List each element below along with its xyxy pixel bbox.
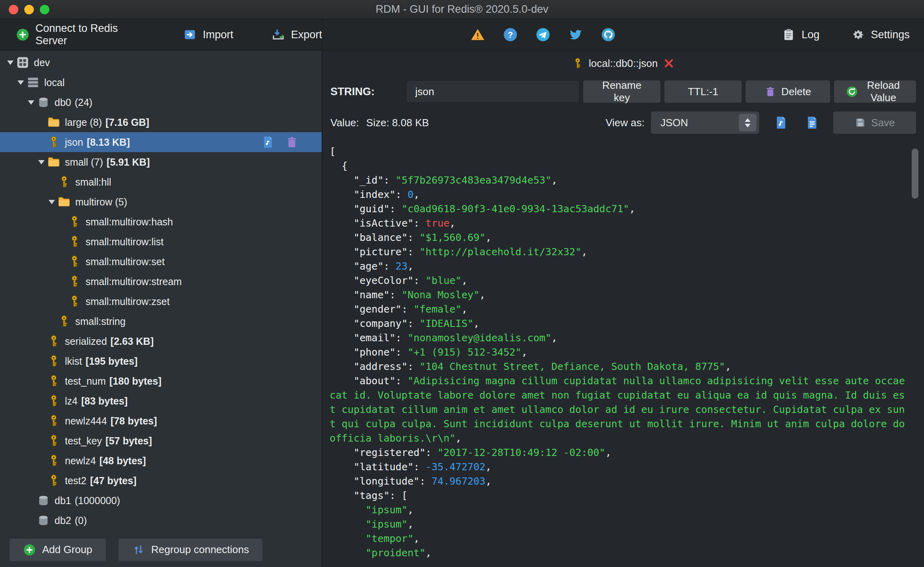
collapse-arrow-icon[interactable] xyxy=(36,160,47,164)
log-button[interactable]: Log xyxy=(782,28,819,41)
grid-icon xyxy=(16,56,29,69)
github-icon[interactable] xyxy=(601,27,615,42)
item-size: [48 bytes] xyxy=(100,455,146,467)
tree-item-local[interactable]: local xyxy=(0,72,322,92)
tree-item-db1[interactable]: db1(1000000) xyxy=(0,491,322,510)
tree-item-newlz4[interactable]: newlz4[48 bytes] xyxy=(0,451,322,471)
tree-item-db0[interactable]: db0(24) xyxy=(0,92,322,112)
toolbar-connections-section: Connect to Redis Server Import Export xyxy=(0,19,322,50)
value-size-label: Size: 8.08 KB xyxy=(366,117,429,129)
tree-item-lkist[interactable]: lkist[195 bytes] xyxy=(0,351,322,371)
item-size: [195 bytes] xyxy=(86,356,138,367)
stepper-icon[interactable] xyxy=(739,114,756,131)
ttl-button[interactable]: TTL:-1 xyxy=(664,80,742,103)
trash-icon xyxy=(764,86,776,98)
tree-item-test-key[interactable]: test_key[57 bytes] xyxy=(0,431,322,451)
zoom-window-button[interactable] xyxy=(40,5,49,14)
folder-icon xyxy=(47,155,61,169)
tab-title[interactable]: local::db0::json xyxy=(589,57,658,70)
db-icon xyxy=(37,494,50,507)
regroup-connections-button[interactable]: Regroup connections xyxy=(119,539,263,561)
import-icon xyxy=(183,28,197,41)
log-label: Log xyxy=(801,29,819,41)
document-note-icon xyxy=(774,115,788,130)
export-icon xyxy=(272,28,285,41)
warning-icon[interactable] xyxy=(471,27,485,42)
tree-item-small-multirow-list[interactable]: small:multirow:list xyxy=(0,232,322,252)
plus-circle-icon xyxy=(23,544,36,556)
open-formatted-value-button[interactable] xyxy=(772,113,790,132)
import-label: Import xyxy=(203,29,233,41)
collapse-arrow-icon[interactable] xyxy=(25,100,37,105)
close-window-button[interactable] xyxy=(9,5,18,14)
tree-item-small-multirow-hash[interactable]: small:multirow:hash xyxy=(0,212,322,232)
minimize-window-button[interactable] xyxy=(24,5,34,14)
add-group-button[interactable]: Add Group xyxy=(10,539,106,561)
tree-item-label: test2 xyxy=(65,475,86,487)
tree-item-label: small:hll xyxy=(75,176,111,188)
rdm-window: RDM - GUI for Redis® 2020.5.0-dev Connec… xyxy=(0,0,924,567)
key-icon xyxy=(47,434,61,448)
tree-item-dev[interactable]: dev xyxy=(0,53,322,72)
tree-item-serialized[interactable]: serialized[2.63 KB] xyxy=(0,331,322,351)
regroup-label: Regroup connections xyxy=(151,544,249,556)
item-size: [7.16 GB] xyxy=(105,117,149,128)
edit-key-icon[interactable] xyxy=(261,135,275,149)
export-button[interactable]: Export xyxy=(272,28,322,41)
telegram-icon[interactable] xyxy=(536,27,550,42)
scrollbar-thumb[interactable] xyxy=(912,149,918,199)
tree-item-json[interactable]: json[8.13 KB] xyxy=(0,132,322,152)
value-editor[interactable]: [ { "_id": "5f7b26973c483ea3479d4e53", "… xyxy=(322,138,924,567)
db-icon xyxy=(37,514,50,527)
tree-item-multirow-5-[interactable]: multirow (5) xyxy=(0,192,322,212)
tree-item-large-8-[interactable]: large (8)[7.16 GB] xyxy=(0,112,322,132)
tabbar: local::db0::json xyxy=(322,51,924,76)
key-name-input[interactable] xyxy=(406,80,579,103)
tree-item-label: small:multirow:stream xyxy=(86,276,182,287)
close-tab-icon[interactable] xyxy=(663,57,675,69)
collapse-arrow-icon[interactable] xyxy=(15,80,26,85)
key-icon xyxy=(47,454,61,467)
delete-label: Delete xyxy=(781,86,811,98)
tree-item-small-multirow-zset[interactable]: small:multirow:zset xyxy=(0,291,322,311)
rename-key-button[interactable]: Rename key xyxy=(583,80,660,103)
connection-tree: devlocaldb0(24)large (8)[7.16 GB]json[8.… xyxy=(0,51,322,532)
row-actions xyxy=(261,135,299,149)
twitter-icon[interactable] xyxy=(568,27,583,42)
import-button[interactable]: Import xyxy=(183,28,233,41)
tree-item-small-multirow-set[interactable]: small:multirow:set xyxy=(0,252,322,272)
tree-item-label: newlz4 xyxy=(65,455,96,467)
sidebar-footer: Add Group Regroup connections xyxy=(0,532,322,567)
item-size: [5.91 KB] xyxy=(107,156,150,168)
view-mode-select[interactable]: JSON xyxy=(651,111,759,134)
reload-value-button[interactable]: Reload Value xyxy=(834,80,916,103)
reload-label: Reload Value xyxy=(863,79,904,104)
keys-count: (1000000) xyxy=(75,495,120,506)
tree-item-newlz444[interactable]: newlz444[78 bytes] xyxy=(0,411,322,431)
tree-item-label: dev xyxy=(34,57,50,68)
collapse-arrow-icon[interactable] xyxy=(5,61,16,65)
save-button[interactable]: Save xyxy=(833,111,916,134)
tree-item-lz4[interactable]: lz4[83 bytes] xyxy=(0,391,322,411)
tree-item-test2[interactable]: test2[47 bytes] xyxy=(0,471,322,491)
tree-item-db2[interactable]: db2(0) xyxy=(0,510,322,530)
open-plain-value-button[interactable] xyxy=(803,113,821,132)
delete-key-icon[interactable] xyxy=(285,135,299,149)
tree-item-small-string[interactable]: small:string xyxy=(0,311,322,331)
export-label: Export xyxy=(291,29,322,41)
tree-item-small-multirow-stream[interactable]: small:multirow:stream xyxy=(0,272,322,291)
editor-content: [ { "_id": "5f7b26973c483ea3479d4e53", "… xyxy=(330,145,906,560)
tree-item-label: small:multirow:list xyxy=(86,236,164,248)
delete-key-button[interactable]: Delete xyxy=(746,80,830,103)
tree-item-small-7-[interactable]: small (7)[5.91 KB] xyxy=(0,152,322,172)
view-as-label: View as: xyxy=(606,117,645,129)
tree-item-label: lkist xyxy=(65,356,82,367)
collapse-arrow-icon[interactable] xyxy=(46,200,57,204)
tree-item-test-num[interactable]: test_num[180 bytes] xyxy=(0,371,322,391)
window-title: RDM - GUI for Redis® 2020.5.0-dev xyxy=(0,3,924,16)
connect-to-server-button[interactable]: Connect to Redis Server xyxy=(16,22,147,47)
help-icon[interactable]: ? xyxy=(503,27,518,42)
keys-count: (0) xyxy=(75,515,87,526)
tree-item-small-hll[interactable]: small:hll xyxy=(0,172,322,192)
settings-button[interactable]: Settings xyxy=(851,28,910,41)
